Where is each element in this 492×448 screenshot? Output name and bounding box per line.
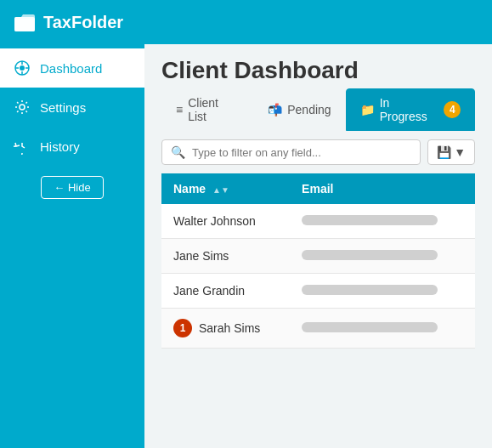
client-name: Sarah Sims: [199, 321, 260, 335]
client-name: Jane Sims: [173, 249, 229, 263]
client-email-cell: [290, 274, 475, 309]
clients-table: Name ▲▼ Email Walter JohnsonJane SimsJan…: [161, 173, 475, 349]
client-list-icon: ≡: [176, 103, 183, 116]
email-placeholder: [302, 215, 438, 225]
email-placeholder: [302, 250, 438, 260]
search-input[interactable]: [192, 146, 411, 159]
tab-in-progress-label: In Progress: [380, 96, 439, 123]
dashboard-icon: [13, 59, 31, 77]
search-icon: 🔍: [171, 145, 185, 159]
dropdown-arrow-icon: ▼: [454, 145, 466, 159]
in-progress-badge: 4: [444, 101, 461, 118]
client-name: Walter Johnson: [173, 214, 256, 228]
client-name-cell: Walter Johnson: [161, 204, 290, 239]
client-email-cell: [290, 309, 475, 349]
tabs-bar: ≡ Client List 📬 Pending 📁 In Progress 4: [144, 88, 492, 131]
sidebar-item-dashboard[interactable]: Dashboard: [0, 48, 144, 88]
logo-icon: [13, 10, 37, 34]
table-row[interactable]: Jane Sims: [161, 239, 475, 274]
svg-point-7: [20, 105, 25, 110]
filter-bar: 🔍 💾 ▼: [144, 131, 492, 173]
table-row[interactable]: Jane Grandin: [161, 274, 475, 309]
sidebar-dashboard-label: Dashboard: [40, 61, 102, 76]
pending-icon: 📬: [268, 103, 282, 116]
hide-button[interactable]: ← Hide: [41, 176, 103, 199]
app-header: TaxFolder: [0, 0, 492, 44]
content-area: Client Dashboard ≡ Client List 📬 Pending…: [144, 44, 492, 448]
row-number-badge: 1: [173, 319, 192, 337]
sidebar: Dashboard Settings History ← Hide: [0, 44, 144, 448]
email-placeholder: [302, 322, 438, 332]
sidebar-history-label: History: [40, 139, 80, 154]
search-wrapper: 🔍: [161, 139, 421, 165]
sidebar-item-history[interactable]: History: [0, 127, 144, 166]
client-email-cell: [290, 204, 475, 239]
tab-client-list[interactable]: ≡ Client List: [161, 88, 253, 131]
tab-pending[interactable]: 📬 Pending: [253, 88, 345, 131]
col-name: Name ▲▼: [161, 173, 290, 204]
sidebar-settings-label: Settings: [40, 100, 86, 115]
main-layout: Dashboard Settings History ← Hide: [0, 44, 492, 448]
table-body: Walter JohnsonJane SimsJane Grandin1Sara…: [161, 204, 475, 349]
svg-point-2: [20, 65, 25, 71]
col-email: Email: [290, 173, 475, 204]
tab-pending-label: Pending: [287, 103, 331, 116]
client-name: Jane Grandin: [173, 284, 245, 298]
table-row[interactable]: Walter Johnson: [161, 204, 475, 239]
client-email-cell: [290, 239, 475, 274]
name-sort-icon: ▲▼: [212, 185, 229, 195]
clients-table-container: Name ▲▼ Email Walter JohnsonJane SimsJan…: [161, 173, 475, 439]
client-name-cell: Jane Sims: [161, 239, 290, 274]
sidebar-item-settings[interactable]: Settings: [0, 88, 144, 127]
page-title: Client Dashboard: [144, 44, 492, 88]
history-icon: [13, 137, 31, 156]
settings-icon: [13, 98, 31, 116]
email-placeholder: [302, 285, 438, 295]
tab-client-list-label: Client List: [188, 96, 239, 123]
client-name-cell: 1Sarah Sims: [161, 309, 290, 349]
table-header-row: Name ▲▼ Email: [161, 173, 475, 204]
export-icon: 💾: [437, 145, 451, 159]
tab-in-progress[interactable]: 📁 In Progress 4: [346, 88, 475, 131]
in-progress-folder-icon: 📁: [360, 103, 375, 116]
client-name-cell: Jane Grandin: [161, 274, 290, 309]
table-row[interactable]: 1Sarah Sims: [161, 309, 475, 349]
export-button[interactable]: 💾 ▼: [427, 139, 475, 165]
app-title: TaxFolder: [43, 13, 123, 32]
